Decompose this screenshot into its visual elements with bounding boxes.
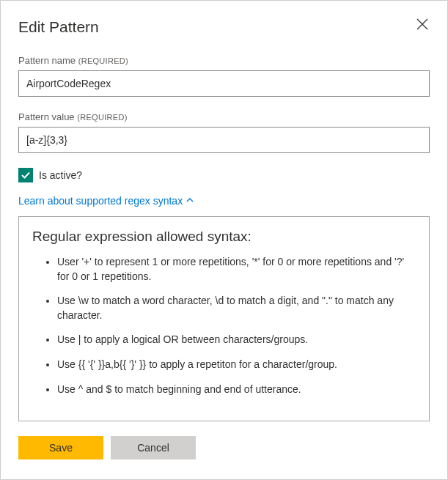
syntax-list: User '+' to represent 1 or more repetiti…	[32, 255, 416, 396]
pattern-value-input[interactable]	[18, 127, 430, 153]
cancel-button[interactable]: Cancel	[111, 436, 196, 459]
chevron-up-icon	[186, 194, 194, 207]
regex-syntax-link-text: Learn about supported regex syntax	[18, 195, 183, 207]
syntax-item: Use {{ '{' }}a,b{{ '}' }} to apply a rep…	[57, 358, 416, 372]
pattern-value-label: Pattern value (REQUIRED)	[18, 111, 430, 122]
syntax-item: Use \w to match a word character, \d to …	[57, 294, 416, 322]
syntax-item: User '+' to represent 1 or more repetiti…	[57, 255, 416, 284]
pattern-name-label: Pattern name (REQUIRED)	[18, 55, 430, 66]
syntax-panel-title: Regular expression allowed syntax:	[32, 229, 416, 245]
pattern-name-input[interactable]	[18, 70, 430, 97]
dialog-title: Edit Pattern	[18, 18, 430, 36]
close-icon	[416, 15, 428, 34]
regex-syntax-toggle[interactable]: Learn about supported regex syntax	[18, 194, 430, 207]
syntax-item: Use ^ and $ to match beginning and end o…	[57, 383, 416, 397]
edit-pattern-dialog: Edit Pattern Pattern name (REQUIRED) Pat…	[1, 1, 447, 479]
close-button[interactable]	[414, 14, 431, 36]
is-active-label: Is active?	[39, 169, 82, 181]
dialog-buttons: Save Cancel	[18, 436, 430, 459]
is-active-checkbox[interactable]	[18, 168, 33, 182]
syntax-item: Use | to apply a logical OR between char…	[57, 333, 416, 347]
regex-syntax-panel[interactable]: Regular expression allowed syntax: User …	[18, 216, 430, 421]
checkmark-icon	[21, 170, 31, 180]
save-button[interactable]: Save	[18, 436, 103, 459]
is-active-row: Is active?	[18, 168, 430, 182]
